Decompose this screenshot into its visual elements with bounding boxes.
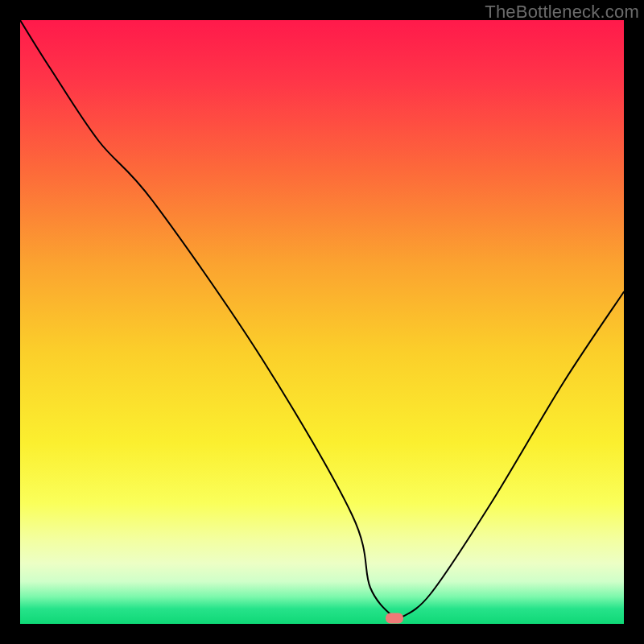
- chart-plot-area: [20, 20, 624, 624]
- chart-curve: [20, 20, 624, 624]
- watermark-text: TheBottleneck.com: [485, 2, 639, 23]
- chart-frame: TheBottleneck.com: [0, 0, 644, 644]
- chart-marker: [386, 613, 403, 623]
